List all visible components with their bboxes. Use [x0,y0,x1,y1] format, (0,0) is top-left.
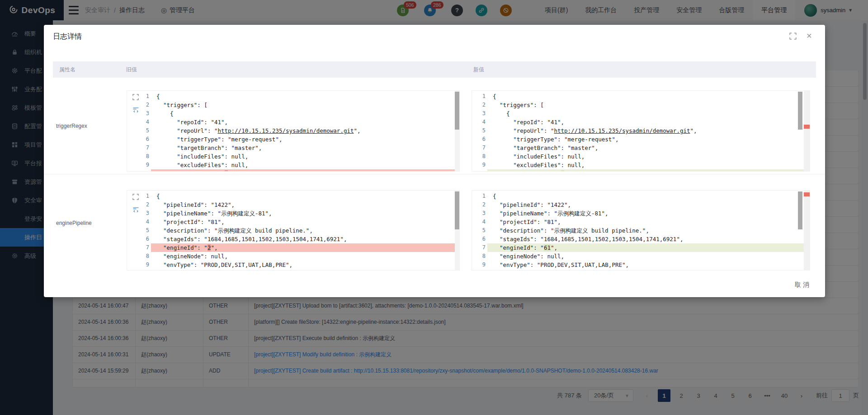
expand-icon[interactable] [132,194,139,201]
line-number: 4 [127,118,151,126]
repo-url-link[interactable]: http://10.15.15.235/sysadmin/demowar.git [217,127,354,134]
code-text: "description": "示例构建定义 build pipeline.", [487,226,810,235]
code-text: "pipelineId": "1422", [487,201,810,209]
code-text: "triggers": [ [487,101,810,109]
code-line: 1{ [127,192,459,201]
code-line: 6 "stageIds": "1684,1685,1501,1502,1503,… [472,235,810,243]
line-number: 7 [127,144,151,152]
old-value-editor[interactable]: 1{2 "pipelineId": "1422",3 "pipelineName… [127,190,460,270]
code-line: 3 { [472,109,810,118]
code-line: 8 "includeFiles": null, [127,152,459,161]
line-number: 5 [127,126,151,135]
fullscreen-icon[interactable] [789,33,797,40]
code-text: "hookId": "1097", [151,169,459,172]
code-line: 3 { [127,109,459,118]
code-text: "repoUrl": "http://10.15.15.235/sysadmin… [151,126,459,135]
code-text: "pipelineId": "1422", [151,201,459,209]
code-line: 3 "pipelineName": "示例构建定义-81", [472,209,810,218]
old-value-editor[interactable]: 1{2 "triggers": [3 {4 "repoId": "41",5 "… [127,90,460,172]
code-line: 2 "pipelineId": "1422", [472,201,810,209]
line-number: 4 [472,118,487,126]
editor-gutter [132,94,139,113]
code-text: "envType": "PROD,DEV,SIT,UAT,LAB,PRE", [487,261,810,269]
new-value-editor[interactable]: 1{2 "pipelineId": "1422",3 "pipelineName… [472,190,810,270]
code-text: "engineId": "2", [151,243,459,252]
code-line: 1{ [127,92,459,101]
code-text: "engineNode": null, [487,252,810,261]
code-line: 10 "execNoJob": "false", [127,269,459,270]
code-line: 6 "triggerType": "merge-request", [472,135,810,144]
inline-diff-toggle-icon[interactable] [132,107,139,113]
line-number: 9 [472,161,487,169]
code-text: "targetBranch": "master", [151,144,459,152]
diff-row-triggerRegex: triggerRegex1{2 "triggers": [3 {4 "repoI… [44,78,825,174]
line-number: 1 [472,192,487,201]
code-text: "hookId": "1098", [487,169,810,172]
log-detail-modal: 日志详情 × 属性名 旧值 新值 triggerRegex1{2 "trigge… [44,25,825,297]
editor-scrollbar-thumb[interactable] [798,191,802,229]
expand-icon[interactable] [132,94,139,101]
line-number: 5 [472,226,487,235]
code-text: "execNoJob": "false", [487,269,810,270]
code-text: "triggerType": "merge-request", [151,135,459,144]
line-number: 7 [472,144,487,152]
code-text: "engineId": "61", [487,243,810,252]
line-number: 4 [127,218,151,226]
code-text: "pipelineName": "示例构建定义-81", [487,209,810,218]
editor-scrollbar[interactable] [455,91,459,171]
inline-diff-toggle-icon[interactable] [132,206,139,213]
editor-gutter [132,194,139,213]
code-text: { [487,192,810,201]
code-line: 10 "execNoJob": "false", [472,269,810,270]
editor-scrollbar-thumb[interactable] [455,191,459,229]
editor-scrollbar[interactable] [455,191,459,270]
line-number: 3 [472,209,487,218]
diff-minimap[interactable] [804,191,810,270]
code-text: "projectId": "81", [487,218,810,226]
code-text: { [151,192,459,201]
diff-row-enginePipeline: enginePipeline1{2 "pipelineId": "1422",3… [44,174,825,271]
line-number: 2 [472,101,487,109]
code-line: 4 "projectId": "81", [127,218,459,226]
code-line: 5 "description": "示例构建定义 build pipeline.… [127,226,459,235]
code-text: "includeFiles": null, [151,152,459,161]
line-number: 10 [472,269,487,270]
code-line: 7 "targetBranch": "master", [127,144,459,152]
attribute-name: triggerRegex [56,123,87,129]
editor-scrollbar-thumb[interactable] [455,92,459,130]
code-line: 10 "hookId": "1097", [127,169,459,172]
new-value-editor[interactable]: 1{2 "triggers": [3 {4 "repoId": "41",5 "… [472,90,810,172]
code-line: 5 "repoUrl": "http://10.15.15.235/sysadm… [127,126,459,135]
cancel-button[interactable]: 取 消 [795,281,809,289]
line-number: 4 [472,218,487,226]
code-line: 10 "hookId": "1098", [472,169,810,172]
line-number: 10 [127,269,151,270]
diff-table-header: 属性名 旧值 新值 [53,61,816,78]
line-number: 7 [127,243,151,252]
line-number: 9 [127,261,151,269]
line-number: 5 [127,226,151,235]
editor-scrollbar[interactable] [798,91,802,171]
code-text: "pipelineName": "示例构建定义-81", [151,209,459,218]
devops-admin-page: DevOps 安全审计 / 操作日志 ◎ 管理平台 506286 ? 项目(群)… [0,0,868,415]
diff-rows: triggerRegex1{2 "triggers": [3 {4 "repoI… [44,78,825,271]
code-line: 2 "triggers": [ [472,101,810,109]
editor-scrollbar-thumb[interactable] [798,92,802,130]
minimap-change-marker [804,125,810,129]
line-number: 6 [127,135,151,144]
code-text: "stageIds": "1684,1685,1501,1502,1503,15… [151,235,459,243]
line-number: 10 [472,169,487,172]
code-line: 5 "description": "示例构建定义 build pipeline.… [472,226,810,235]
code-text: "engineNode": null, [151,252,459,261]
code-text: { [487,92,810,101]
line-number: 3 [472,109,487,118]
code-line: 6 "stageIds": "1684,1685,1501,1502,1503,… [127,235,459,243]
modal-title: 日志详情 [53,32,82,42]
diff-minimap[interactable] [804,91,810,171]
code-line: 9 "excludeFiles": null, [472,161,810,169]
line-number: 8 [472,152,487,161]
code-line: 6 "triggerType": "merge-request", [127,135,459,144]
close-icon[interactable]: × [807,29,812,42]
repo-url-link[interactable]: http://10.15.15.235/sysadmin/demowar.git [554,127,690,134]
editor-scrollbar[interactable] [798,191,802,270]
